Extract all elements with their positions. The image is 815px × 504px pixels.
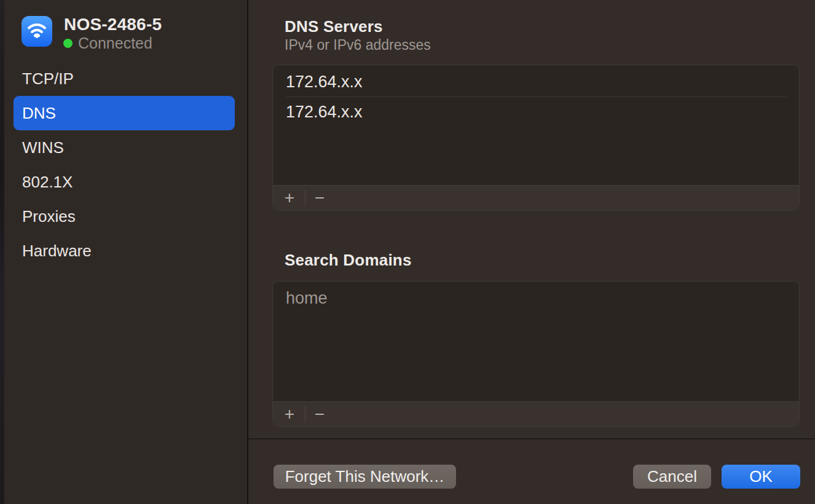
remove-search-domain-button[interactable]: −	[309, 402, 330, 427]
ok-button[interactable]: OK	[722, 465, 800, 489]
toolbar-separator	[305, 190, 305, 206]
sidebar-item-8021x[interactable]: 802.1X	[14, 165, 235, 199]
network-status: Connected	[63, 34, 152, 52]
wifi-icon	[26, 19, 48, 44]
sidebar-item-wins[interactable]: WINS	[14, 130, 235, 165]
wifi-badge	[22, 16, 52, 47]
dns-server-row[interactable]: 172.64.x.x	[273, 67, 799, 96]
dns-pane: DNS Servers IPv4 or IPv6 addresses 172.6…	[248, 0, 815, 504]
search-domain-rows: home	[273, 282, 799, 313]
search-domains-toolbar: + −	[273, 401, 799, 427]
sidebar: NOS-2486-5 Connected TCP/IP DNS WINS 802…	[4, 0, 247, 504]
search-domain-row[interactable]: home	[273, 283, 799, 313]
dns-server-row[interactable]: 172.64.x.x	[273, 97, 799, 127]
wifi-details-dialog: NOS-2486-5 Connected TCP/IP DNS WINS 802…	[0, 0, 815, 504]
dns-servers-title: DNS Servers	[285, 17, 383, 36]
dns-server-rows: 172.64.x.x 172.64.x.x	[273, 65, 799, 127]
sidebar-item-dns[interactable]: DNS	[14, 96, 235, 130]
footer-divider	[248, 438, 815, 439]
connected-status-dot	[63, 39, 73, 48]
dns-servers-toolbar: + −	[273, 185, 799, 210]
window-edge	[0, 0, 4, 504]
search-domains-title: Search Domains	[285, 251, 412, 270]
dns-servers-subtitle: IPv4 or IPv6 addresses	[285, 37, 431, 53]
remove-dns-server-button[interactable]: −	[309, 186, 330, 210]
search-domains-list: home + −	[272, 281, 800, 427]
forget-network-button[interactable]: Forget This Network…	[274, 465, 456, 489]
network-status-label: Connected	[78, 34, 152, 52]
sidebar-nav: TCP/IP DNS WINS 802.1X Proxies Hardware	[14, 61, 235, 268]
cancel-button[interactable]: Cancel	[633, 465, 711, 489]
network-name: NOS-2486-5	[64, 15, 162, 34]
sidebar-item-tcpip[interactable]: TCP/IP	[14, 61, 235, 96]
sidebar-item-hardware[interactable]: Hardware	[14, 234, 235, 268]
sidebar-item-proxies[interactable]: Proxies	[14, 199, 235, 234]
toolbar-separator	[305, 406, 305, 422]
add-search-domain-button[interactable]: +	[278, 402, 301, 427]
add-dns-server-button[interactable]: +	[278, 186, 301, 210]
dns-servers-list: 172.64.x.x 172.64.x.x + −	[272, 65, 800, 211]
